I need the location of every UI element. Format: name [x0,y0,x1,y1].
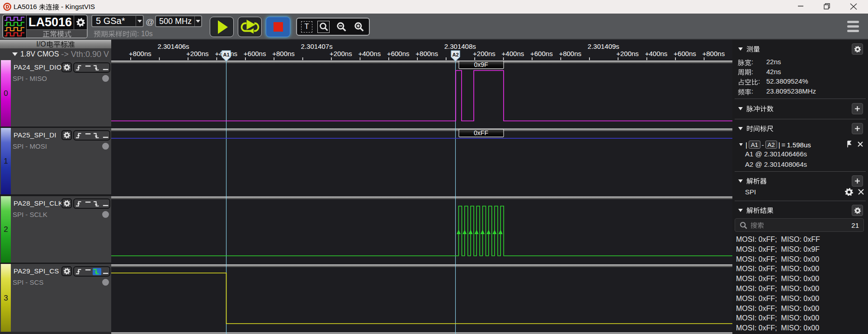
svg-text:+400ns: +400ns [359,50,381,57]
svg-text:2.301407s: 2.301407s [301,42,333,50]
svg-text:+200ns: +200ns [473,50,495,57]
svg-text:+200ns: +200ns [186,50,209,57]
svg-text:+800ns: +800ns [129,50,151,57]
svg-text:+600ns: +600ns [244,50,266,57]
svg-text:2.301408s: 2.301408s [444,42,476,50]
svg-text:A2: A2 [452,52,458,57]
svg-text:+400ns: +400ns [645,50,668,57]
svg-text:+400ns: +400ns [502,50,524,57]
svg-text:A1: A1 [223,52,229,57]
svg-text:+800ns: +800ns [559,50,581,57]
svg-text:+200ns: +200ns [330,50,352,57]
svg-text:+800ns: +800ns [703,50,725,57]
svg-text:+800ns: +800ns [415,50,438,57]
svg-text:2.301409s: 2.301409s [588,42,619,50]
svg-text:+600ns: +600ns [530,50,553,57]
svg-text:0x9F: 0x9F [474,61,488,68]
svg-text:+200ns: +200ns [616,50,639,57]
svg-text:+600ns: +600ns [674,50,696,57]
svg-text:0xFF: 0xFF [474,129,488,136]
svg-text:2.301406s: 2.301406s [158,42,189,50]
svg-text:+800ns: +800ns [272,50,295,57]
svg-text:+600ns: +600ns [387,50,410,57]
